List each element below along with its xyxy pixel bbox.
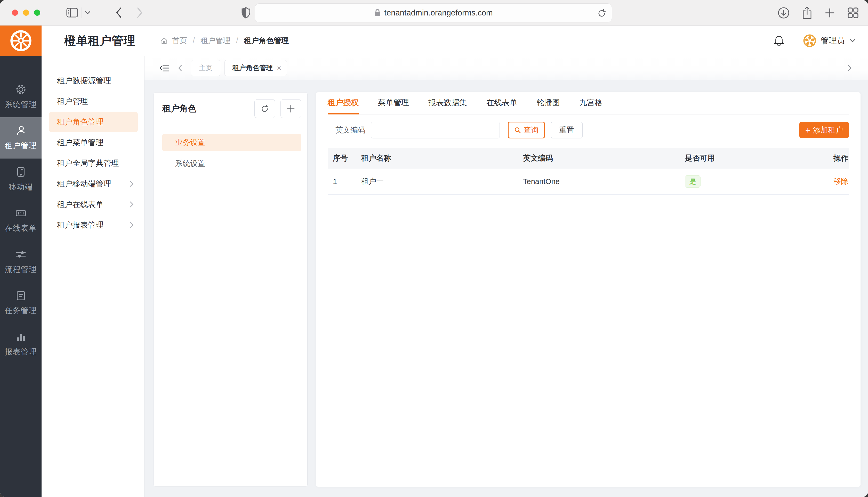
english-code-input[interactable] [371, 122, 500, 139]
notifications-bell-icon[interactable] [774, 35, 784, 47]
search-field-label: 英文编码 [335, 125, 366, 135]
plus-icon: + [805, 126, 811, 134]
chevron-down-icon [850, 39, 856, 43]
breadcrumb: 首页 / 租户管理 / 租户角色管理 [160, 36, 289, 46]
reload-icon[interactable] [597, 9, 606, 18]
remove-link[interactable]: 移除 [833, 177, 849, 185]
sidebar-item-report[interactable]: 报表管理 [0, 324, 42, 365]
menu-item-tenant-role[interactable]: 租户角色管理 [49, 112, 138, 132]
query-button[interactable]: 查询 [508, 122, 545, 139]
privacy-shield-icon[interactable] [241, 7, 250, 19]
mobile-icon [15, 166, 27, 178]
sidebar-item-system[interactable]: 系统管理 [0, 76, 42, 117]
table-row: 1 租户一 TenantOne 是 移除 [328, 169, 849, 195]
share-icon[interactable] [801, 6, 813, 19]
add-role-button[interactable] [280, 99, 301, 118]
user-menu-trigger[interactable]: 管理员 [803, 34, 856, 47]
sidebar-toggle-group [66, 7, 91, 18]
secondary-menu: 租户数据源管理 租户管理 租户角色管理 租户菜单管理 租户全局字典管理 租户移动… [42, 56, 144, 497]
tab-grid9[interactable]: 九宫格 [579, 92, 603, 114]
menu-item-tenant[interactable]: 租户管理 [42, 91, 144, 112]
role-item-business[interactable]: 业务设置 [162, 134, 301, 151]
page-title: 橙单租户管理 [64, 33, 136, 48]
tab-carousel[interactable]: 轮播图 [537, 92, 560, 114]
menu-item-tenant-dict[interactable]: 租户全局字典管理 [42, 153, 144, 173]
table-header-row: 序号 租户名称 英文编码 是否可用 操作 [328, 148, 849, 169]
lock-icon [374, 8, 381, 17]
add-tenant-button[interactable]: + 添加租户 [799, 122, 849, 138]
page-tab-home[interactable]: 主页 [191, 60, 220, 76]
window-controls [12, 10, 40, 16]
breadcrumb-level1[interactable]: 租户管理 [201, 36, 231, 46]
cell-index: 1 [333, 178, 361, 186]
cell-tenant-name: 租户一 [361, 176, 523, 187]
sidebar-item-workflow[interactable]: 流程管理 [0, 241, 42, 282]
content-area: 主页 租户角色管理 × 租户角色 [144, 56, 868, 497]
table-empty-area [328, 195, 849, 478]
close-tab-icon[interactable]: × [277, 64, 281, 72]
sidebar-item-tenant[interactable]: 租户管理 [0, 117, 42, 158]
search-icon [514, 127, 521, 133]
sliders-icon [15, 248, 27, 260]
menu-item-tenant-report[interactable]: 租户报表管理 [42, 215, 144, 235]
menu-item-tenant-menu[interactable]: 租户菜单管理 [42, 132, 144, 153]
tab-online-form[interactable]: 在线表单 [486, 92, 517, 114]
back-button[interactable] [115, 7, 122, 18]
sidebar-item-task[interactable]: 任务管理 [0, 282, 42, 324]
tab-overview-icon[interactable] [847, 7, 859, 19]
avatar [803, 34, 816, 47]
primary-sidebar: 系统管理 租户管理 移 [0, 56, 42, 497]
scroll-tabs-left-icon[interactable] [178, 64, 183, 72]
user-icon [15, 125, 27, 137]
zoom-window-button[interactable] [34, 10, 40, 16]
tab-menu-management[interactable]: 菜单管理 [378, 92, 409, 114]
close-window-button[interactable] [12, 10, 18, 16]
tab-report-dataset[interactable]: 报表数据集 [428, 92, 467, 114]
page-tab-tenant-role[interactable]: 租户角色管理 × [224, 60, 287, 76]
tenant-detail-panel: 租户授权 菜单管理 报表数据集 在线表单 轮播图 九宫格 英文编码 [316, 92, 860, 487]
browser-toolbar: tenantadmin.orangeforms.com [0, 0, 868, 26]
role-item-system[interactable]: 系统设置 [162, 155, 301, 172]
sidebar-item-online-form[interactable]: 在线表单 [0, 200, 42, 241]
gear-icon [15, 84, 27, 95]
chevron-right-icon [129, 201, 134, 208]
new-tab-icon[interactable] [824, 7, 836, 18]
tab-tenant-auth[interactable]: 租户授权 [328, 92, 359, 114]
bar-chart-icon [15, 331, 27, 343]
forward-button[interactable] [137, 7, 143, 18]
app-logo [0, 26, 42, 56]
orange-wheel-icon [9, 28, 33, 53]
address-bar[interactable]: tenantadmin.orangeforms.com [255, 3, 612, 23]
task-icon [15, 290, 27, 302]
search-toolbar: 英文编码 查询 重置 [328, 122, 849, 139]
chevron-right-icon [129, 222, 134, 228]
breadcrumb-separator: / [236, 36, 238, 45]
panel-title: 租户角色 [162, 103, 196, 114]
scroll-tabs-right-icon[interactable] [847, 64, 852, 72]
user-name: 管理员 [821, 35, 845, 46]
breadcrumb-home[interactable]: 首页 [172, 36, 187, 46]
browser-window: tenantadmin.orangeforms.com [0, 0, 868, 497]
page-tab-bar: 主页 租户角色管理 × [144, 56, 868, 80]
online-form-icon [15, 207, 27, 219]
url-text: tenantadmin.orangeforms.com [384, 8, 493, 17]
menu-item-tenant-online-form[interactable]: 租户在线表单 [42, 194, 144, 215]
menu-item-tenant-mobile[interactable]: 租户移动端管理 [42, 173, 144, 194]
home-icon [160, 37, 168, 45]
divider [794, 35, 794, 47]
collapse-menu-icon[interactable] [159, 63, 170, 73]
chevron-right-icon [129, 181, 134, 187]
sidebar-item-mobile[interactable]: 移动端 [0, 158, 42, 200]
refresh-button[interactable] [254, 99, 275, 118]
chevron-down-icon[interactable] [85, 11, 91, 14]
tenant-table: 序号 租户名称 英文编码 是否可用 操作 1 租户一 TenantOne 是 [328, 148, 849, 487]
reset-button[interactable]: 重置 [551, 122, 583, 139]
status-badge: 是 [685, 175, 701, 188]
menu-item-datasource[interactable]: 租户数据源管理 [42, 70, 144, 91]
minimize-window-button[interactable] [23, 10, 29, 16]
breadcrumb-separator: / [193, 36, 195, 45]
downloads-icon[interactable] [777, 6, 790, 19]
breadcrumb-current: 租户角色管理 [244, 36, 289, 46]
detail-tabs: 租户授权 菜单管理 报表数据集 在线表单 轮播图 九宫格 [328, 92, 849, 114]
sidebar-toggle-icon[interactable] [66, 7, 79, 18]
